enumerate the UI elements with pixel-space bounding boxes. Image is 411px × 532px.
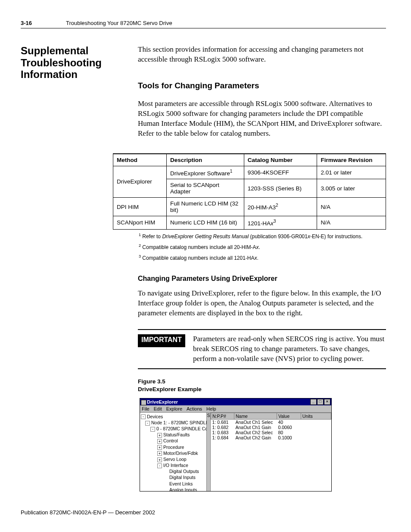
th-npp[interactable]: N:P.P# (211, 413, 234, 419)
changing-paragraph: To navigate using DriveExplorer, refer t… (138, 289, 386, 318)
tree-item[interactable]: +Status/Faults (141, 432, 206, 438)
menu-item[interactable]: Explore (166, 406, 182, 411)
cell-npp: 1: 0.682 (211, 425, 234, 430)
tree-item[interactable]: +Procedure (141, 444, 206, 450)
th-name[interactable]: Name (234, 413, 277, 419)
tree-item-label[interactable]: Node 1: - 8720MC SPINDLE (151, 420, 209, 425)
right-column-intro: This section provides information for ac… (138, 45, 386, 150)
tree-item-label[interactable]: I/O Interface (163, 463, 188, 468)
cell-cat: 9306-4KSOEFF (244, 166, 317, 179)
cell-name: AnaOut Ch1 Gain (234, 425, 277, 430)
th-method: Method (113, 154, 167, 166)
section-row: Supplemental Troubleshooting Information… (21, 45, 386, 150)
tree-pane[interactable]: -Devices-Node 1: - 8720MC SPINDLE-0 - 87… (140, 413, 207, 491)
table-wrap: Method Description Catalog Number Firmwa… (21, 153, 386, 262)
cell-units (301, 430, 331, 435)
menu-bar[interactable]: FileEditExploreActionsHelp (140, 405, 331, 413)
tools-paragraph: Most parameters are accessible through R… (138, 99, 386, 139)
header-rule (21, 28, 386, 28)
tree-item-label[interactable]: Status/Faults (163, 432, 190, 437)
cell-units (301, 425, 331, 430)
section-title: Supplemental Troubleshooting Information (21, 45, 138, 81)
tree-item[interactable]: Analog Inputs (141, 487, 206, 491)
page: 3-16 Troubleshooting Your 8720MC Servo D… (0, 0, 411, 532)
footnote-3: 3 Compatible catalog numbers include all… (139, 254, 386, 262)
cell-units (301, 435, 331, 440)
cell-method: SCANport HIM (113, 216, 167, 230)
cell-method: DPI HIM (113, 198, 167, 216)
cell-value: 0.1000 (277, 435, 301, 440)
publication-line: Publication 8720MC-IN002A-EN-P — Decembe… (21, 509, 155, 516)
tree-item[interactable]: -0 - 8720MC SPINDLE Con (141, 426, 206, 432)
cell-cat: 1201-HAx3 (244, 216, 317, 230)
list-row[interactable]: 1: 0.682AnaOut Ch1 Gain0.0060 (211, 425, 331, 430)
tree-item-label[interactable]: Devices (147, 414, 163, 419)
cell-fw: N/A (317, 198, 386, 216)
cell-value: 80 (277, 430, 301, 435)
running-head: Troubleshooting Your 8720MC Servo Drive (66, 20, 386, 26)
important-block: IMPORTANT Parameters are read-only when … (138, 329, 386, 369)
important-badge: IMPORTANT (138, 334, 185, 347)
tree-item[interactable]: -Node 1: - 8720MC SPINDLE (141, 420, 206, 426)
tree-item-label[interactable]: Digital Outputs (169, 469, 199, 474)
list-row[interactable]: 1: 0.681AnaOut Ch1 Selec40 (211, 419, 331, 425)
tree-item-label[interactable]: Servo Loop (163, 457, 187, 462)
footnote-2: 2 Compatible catalog numbers include all… (139, 243, 386, 251)
tree-item-label[interactable]: Control (163, 438, 178, 443)
tree-item[interactable]: Digital Inputs (141, 474, 206, 480)
top-header: 3-16 Troubleshooting Your 8720MC Servo D… (21, 20, 386, 28)
cell-name: AnaOut Ch2 Gain (234, 435, 277, 440)
intro-paragraph: This section provides information for ac… (138, 45, 386, 65)
tree-item[interactable]: +Control (141, 438, 206, 444)
title-bar[interactable]: DriveExplorer _ □ × (140, 398, 331, 405)
cell-value: 40 (277, 419, 301, 425)
list-row[interactable]: 1: 0.683AnaOut Ch2 Selec80 (211, 430, 331, 435)
tree-item[interactable]: +Servo Loop (141, 456, 206, 462)
list-row[interactable]: 1: 0.684AnaOut Ch2 Gain0.1000 (211, 435, 331, 440)
cell-desc: Serial to SCANport Adapter (166, 179, 244, 198)
left-column: Supplemental Troubleshooting Information (21, 45, 138, 150)
window-title: DriveExplorer (141, 399, 310, 404)
menu-item[interactable]: Help (206, 406, 216, 411)
close-button[interactable]: × (324, 399, 330, 405)
cell-desc: DriveExplorer Software1 (166, 166, 244, 179)
tree-item-label[interactable]: Procedure (163, 445, 184, 450)
menu-item[interactable]: File (142, 406, 149, 411)
figure-number: Figure 3.5 (138, 378, 386, 386)
menu-item[interactable]: Edit (154, 406, 162, 411)
page-number: 3-16 (21, 20, 66, 26)
cell-name: AnaOut Ch1 Selec (234, 419, 277, 425)
footnotes: 1 Refer to DriveExplorer Getting Results… (113, 232, 386, 262)
right-column-2: Changing Parameters Using DriveExplorer … (138, 264, 386, 492)
cell-desc: Full Numeric LCD HIM (32 bit) (166, 198, 244, 216)
menu-item[interactable]: Actions (187, 406, 202, 411)
important-text: Parameters are read-only when SERCOS rin… (193, 334, 386, 364)
cell-method: DriveExplorer (113, 166, 167, 198)
th-units[interactable]: Units (301, 413, 331, 419)
params-table: Method Description Catalog Number Firmwa… (113, 153, 386, 230)
tree-item-label[interactable]: 0 - 8720MC SPINDLE Con (156, 426, 210, 431)
tree-item-label[interactable]: Analog Inputs (169, 487, 197, 491)
cell-fw: 2.01 or later (317, 166, 386, 179)
tree-item[interactable]: Digital Outputs (141, 468, 206, 474)
cell-units (301, 419, 331, 425)
left-column-2 (21, 264, 138, 492)
th-firmware: Firmware Revision (317, 154, 386, 166)
tree-item-label[interactable]: Event Links (169, 481, 193, 486)
tree-item-label[interactable]: Motor/Drive/Fdbk (163, 451, 198, 456)
th-value[interactable]: Value (277, 413, 301, 419)
cell-value: 0.0060 (277, 425, 301, 430)
minimize-button[interactable]: _ (310, 399, 317, 405)
tree-item-label[interactable]: Digital Inputs (169, 475, 196, 480)
cell-cat: 1203-SSS (Series B) (244, 179, 317, 198)
maximize-button[interactable]: □ (317, 399, 324, 405)
cell-name: AnaOut Ch2 Selec (234, 430, 277, 435)
tree-item[interactable]: -I/O Interface (141, 462, 206, 468)
tree-item[interactable]: +Motor/Drive/Fdbk (141, 450, 206, 456)
splitter-bar[interactable]: S (207, 413, 211, 491)
cell-fw: N/A (317, 216, 386, 230)
tree-item[interactable]: -Devices (141, 414, 206, 420)
driveexplorer-window: DriveExplorer _ □ × FileEditExploreActio… (140, 398, 332, 492)
tree-item[interactable]: Event Links (141, 481, 206, 487)
list-pane[interactable]: N:P.P# Name Value Units 1: 0.681AnaOut C… (211, 413, 331, 491)
